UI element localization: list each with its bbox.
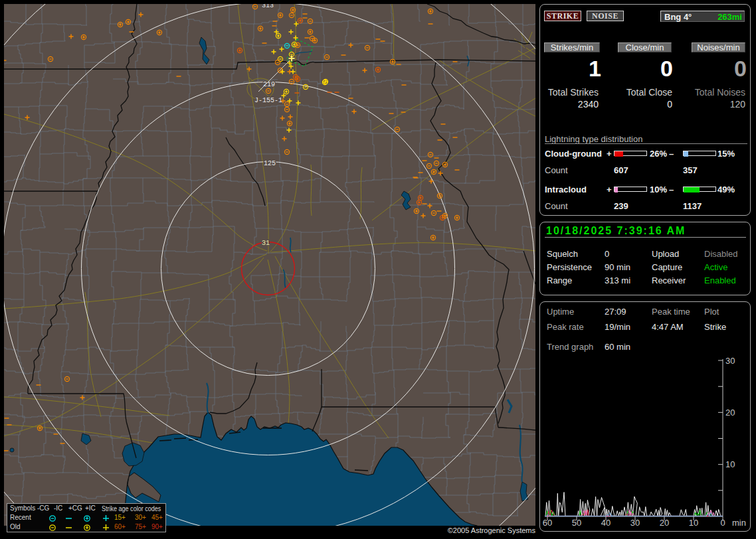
svg-text:J-155-1: J-155-1 <box>254 97 282 104</box>
svg-text:20: 20 <box>660 518 669 528</box>
svg-text:min: min <box>732 518 746 528</box>
svg-text:20: 20 <box>725 408 735 418</box>
svg-text:50: 50 <box>572 518 581 528</box>
svg-text:10: 10 <box>689 518 698 528</box>
svg-text:60: 60 <box>543 518 552 528</box>
svg-text:313: 313 <box>262 4 274 9</box>
svg-text:125: 125 <box>264 160 276 167</box>
svg-text:219: 219 <box>263 81 275 88</box>
svg-text:30: 30 <box>630 518 640 528</box>
svg-text:31: 31 <box>262 240 270 247</box>
svg-text:0: 0 <box>720 518 725 528</box>
svg-text:10: 10 <box>725 459 735 469</box>
svg-text:30: 30 <box>725 356 735 366</box>
svg-text:40: 40 <box>601 518 611 528</box>
